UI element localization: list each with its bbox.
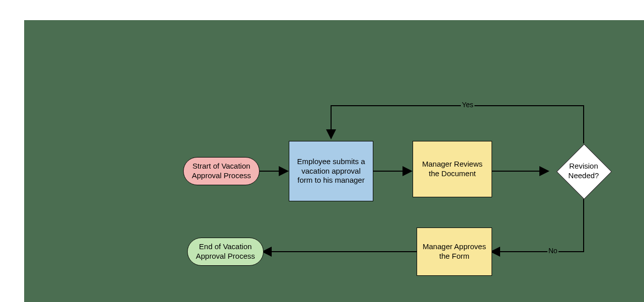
- node-approve: Manager Approves the Form: [417, 228, 492, 276]
- node-start-label: Strart of Vacation Approval Process: [189, 162, 254, 181]
- node-review: Manager Reviews the Document: [413, 141, 492, 197]
- node-decision: [556, 144, 612, 199]
- node-end: End of Vacation Approval Process: [187, 238, 264, 266]
- node-start: Strart of Vacation Approval Process: [183, 157, 260, 185]
- node-approve-label: Manager Approves the Form: [422, 242, 487, 261]
- flowchart-canvas: Strart of Vacation Approval Process Empl…: [24, 20, 644, 302]
- edge-label-yes: Yes: [461, 101, 474, 109]
- node-submit-label: Employee submits a vacation approval for…: [294, 157, 368, 185]
- node-end-label: End of Vacation Approval Process: [193, 242, 258, 261]
- edge-label-no: No: [547, 247, 558, 255]
- node-review-label: Manager Reviews the Document: [418, 160, 487, 179]
- node-submit: Employee submits a vacation approval for…: [289, 141, 373, 201]
